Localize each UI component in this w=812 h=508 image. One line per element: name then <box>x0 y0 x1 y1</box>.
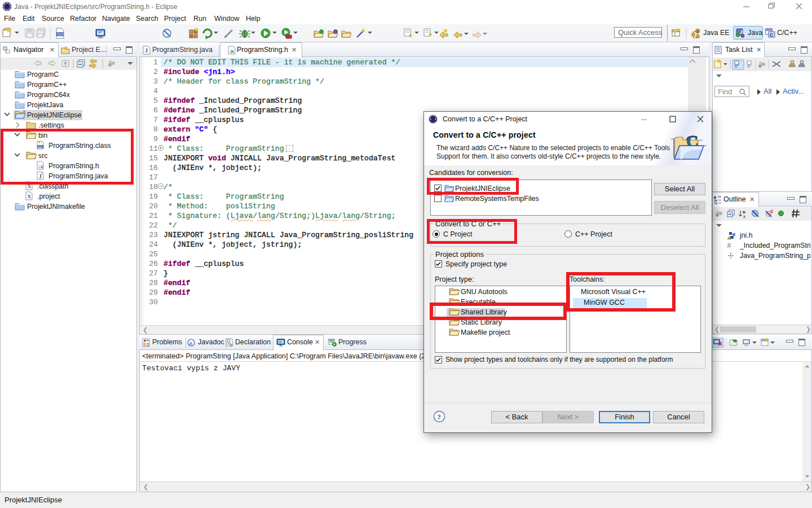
svg-text:C: C <box>770 32 774 38</box>
svg-text:?: ? <box>438 413 442 421</box>
svg-text:J: J <box>145 47 148 54</box>
svg-text:.h: .h <box>230 49 234 54</box>
svg-text:X: X <box>28 194 32 199</box>
svg-text:a: a <box>189 340 192 346</box>
svg-text:S: S <box>770 209 774 214</box>
svg-text:010: 010 <box>58 32 64 36</box>
svg-text:z: z <box>743 214 745 219</box>
svg-text:!: ! <box>729 237 729 240</box>
